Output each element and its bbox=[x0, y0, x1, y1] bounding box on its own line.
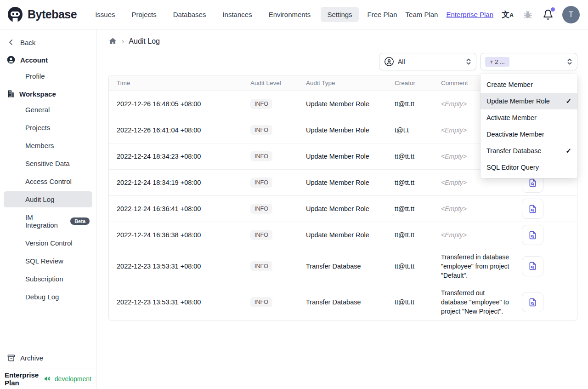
nav-item-databases[interactable]: Databases bbox=[167, 7, 213, 22]
col-header-audit-level: Audit Level bbox=[243, 75, 298, 91]
archive-button[interactable]: Archive bbox=[0, 349, 96, 368]
view-detail-button[interactable] bbox=[522, 292, 543, 312]
team-plan-label: Team Plan bbox=[406, 11, 438, 18]
audit-level-badge: INFO bbox=[250, 125, 272, 135]
cell-audit-type: Update Member Role bbox=[298, 228, 387, 242]
menu-item-sql-editor-query[interactable]: SQL Editor Query bbox=[481, 159, 577, 176]
sidebar-section-account: Account bbox=[0, 51, 96, 67]
audit-level-badge: INFO bbox=[250, 177, 272, 188]
nav-item-projects[interactable]: Projects bbox=[125, 7, 163, 22]
sidebar-item-subscription[interactable]: Subscription bbox=[4, 271, 92, 287]
creator-filter-value: All bbox=[398, 58, 405, 65]
creator-filter-select[interactable]: All bbox=[379, 53, 476, 70]
back-button[interactable]: Back bbox=[0, 34, 96, 51]
account-section-label: Account bbox=[20, 56, 48, 64]
audit-type-filter-chip: + 2 ... bbox=[485, 57, 509, 67]
plan-footer: Enterprise Plan development bbox=[0, 368, 96, 389]
nav-item-issues[interactable]: Issues bbox=[89, 7, 121, 22]
cell-creator: tt@tt.tt bbox=[387, 295, 433, 309]
nav-item-settings[interactable]: Settings bbox=[321, 7, 358, 22]
speaker-icon bbox=[44, 375, 51, 383]
cell-audit-type: Update Member Role bbox=[298, 201, 387, 216]
sidebar-section-workspace: Workspace bbox=[0, 85, 96, 101]
sidebar-item-general[interactable]: General bbox=[4, 102, 92, 118]
bug-report-icon[interactable] bbox=[522, 9, 534, 21]
sidebar-item-profile[interactable]: Profile bbox=[4, 68, 92, 84]
audit-level-badge: INFO bbox=[250, 99, 272, 109]
menu-item-activate-member[interactable]: Activate Member bbox=[481, 109, 577, 126]
cell-time: 2022-12-24 18:34:19 +08:00 bbox=[109, 175, 243, 190]
main-content: › Audit Log All + 2 ... bbox=[96, 29, 588, 389]
environment-label: development bbox=[55, 375, 91, 383]
menu-item-create-member[interactable]: Create Member bbox=[481, 76, 577, 93]
check-icon: ✓ bbox=[565, 97, 571, 105]
menu-item-update-member-role[interactable]: Update Member Role ✓ bbox=[481, 93, 577, 109]
select-arrows-icon bbox=[466, 58, 471, 65]
bytebase-logo-icon bbox=[6, 6, 24, 23]
primary-nav: Issues Projects Databases Instances Envi… bbox=[89, 7, 358, 22]
brand-name: Bytebase bbox=[28, 8, 77, 21]
cell-creator: t@t.t bbox=[387, 123, 433, 137]
user-avatar[interactable]: T bbox=[562, 6, 580, 23]
sidebar-item-audit-log[interactable]: Audit Log bbox=[4, 191, 92, 207]
cell-creator: tt@tt.tt bbox=[387, 201, 433, 216]
audit-level-badge: INFO bbox=[250, 261, 272, 271]
audit-type-filter-select[interactable]: + 2 ... bbox=[480, 53, 577, 70]
sidebar-item-members[interactable]: Members bbox=[4, 137, 92, 154]
account-icon bbox=[6, 55, 16, 64]
check-icon: ✓ bbox=[565, 147, 571, 155]
table-row: 2022-12-24 16:36:38 +08:00 INFO Update M… bbox=[109, 222, 577, 248]
view-detail-button[interactable] bbox=[522, 225, 543, 245]
view-detail-button[interactable] bbox=[522, 199, 543, 219]
bytebase-logo[interactable]: Bytebase bbox=[6, 6, 77, 23]
nav-item-environments[interactable]: Environments bbox=[262, 7, 317, 22]
settings-sidebar: Back Account Profile Workspace General P… bbox=[0, 29, 96, 389]
cell-comment: <Empty> bbox=[433, 201, 516, 216]
cell-creator: tt@tt.tt bbox=[387, 228, 433, 242]
current-plan-label: Enterprise Plan bbox=[5, 371, 40, 387]
cell-audit-type: Transfer Database bbox=[298, 259, 387, 274]
notifications-bell-icon[interactable] bbox=[542, 9, 554, 21]
sidebar-item-access-control[interactable]: Access Control bbox=[4, 173, 92, 189]
audit-level-badge: INFO bbox=[250, 297, 272, 307]
sidebar-item-sql-review[interactable]: SQL Review bbox=[4, 253, 92, 269]
home-icon[interactable] bbox=[108, 37, 117, 46]
filter-bar: All + 2 ... bbox=[96, 46, 588, 70]
sidebar-item-version-control[interactable]: Version Control bbox=[4, 235, 92, 251]
cell-creator: tt@tt.tt bbox=[387, 97, 433, 111]
cell-comment: Transferred in database "employee" from … bbox=[433, 249, 516, 284]
sidebar-item-im-integration[interactable]: IM Integration Beta bbox=[4, 209, 92, 233]
cell-time: 2022-12-23 13:53:31 +08:00 bbox=[109, 295, 243, 309]
sidebar-item-projects[interactable]: Projects bbox=[4, 120, 92, 136]
chevron-left-icon bbox=[6, 38, 16, 47]
menu-item-transfer-database[interactable]: Transfer Database ✓ bbox=[481, 143, 577, 159]
view-detail-button[interactable] bbox=[522, 256, 543, 276]
cell-time: 2022-12-26 16:48:05 +08:00 bbox=[109, 97, 243, 111]
person-icon bbox=[384, 57, 394, 67]
cell-audit-type: Update Member Role bbox=[298, 175, 387, 190]
breadcrumb-separator-icon: › bbox=[122, 37, 124, 46]
workspace-section-label: Workspace bbox=[19, 90, 56, 98]
col-header-creator: Creator bbox=[387, 75, 433, 91]
select-arrows-icon bbox=[567, 58, 572, 65]
cell-audit-type: Update Member Role bbox=[298, 123, 387, 137]
menu-item-deactivate-member[interactable]: Deactivate Member bbox=[481, 126, 577, 143]
audit-level-badge: INFO bbox=[250, 230, 272, 240]
file-search-icon bbox=[528, 178, 537, 188]
cell-time: 2022-12-24 16:36:41 +08:00 bbox=[109, 201, 243, 216]
table-row: 2022-12-23 13:53:31 +08:00 INFO Transfer… bbox=[109, 248, 577, 284]
notification-dot bbox=[551, 7, 555, 11]
workspace-icon bbox=[6, 90, 15, 98]
cell-time: 2022-12-24 18:34:23 +08:00 bbox=[109, 149, 243, 164]
table-row: 2022-12-24 16:36:41 +08:00 INFO Update M… bbox=[109, 196, 577, 222]
enterprise-plan-link[interactable]: Enterprise Plan bbox=[446, 11, 493, 18]
audit-type-dropdown-menu: Create Member Update Member Role ✓ Activ… bbox=[481, 74, 577, 178]
col-header-audit-type: Audit Type bbox=[298, 75, 387, 91]
nav-item-instances[interactable]: Instances bbox=[216, 7, 258, 22]
sidebar-item-sensitive-data[interactable]: Sensitive Data bbox=[4, 155, 92, 172]
sidebar-item-debug-log[interactable]: Debug Log bbox=[4, 289, 92, 305]
language-icon[interactable]: 文A bbox=[502, 9, 514, 21]
top-nav: Bytebase Issues Projects Databases Insta… bbox=[0, 0, 588, 29]
beta-badge: Beta bbox=[70, 217, 90, 225]
file-search-icon bbox=[528, 204, 537, 214]
